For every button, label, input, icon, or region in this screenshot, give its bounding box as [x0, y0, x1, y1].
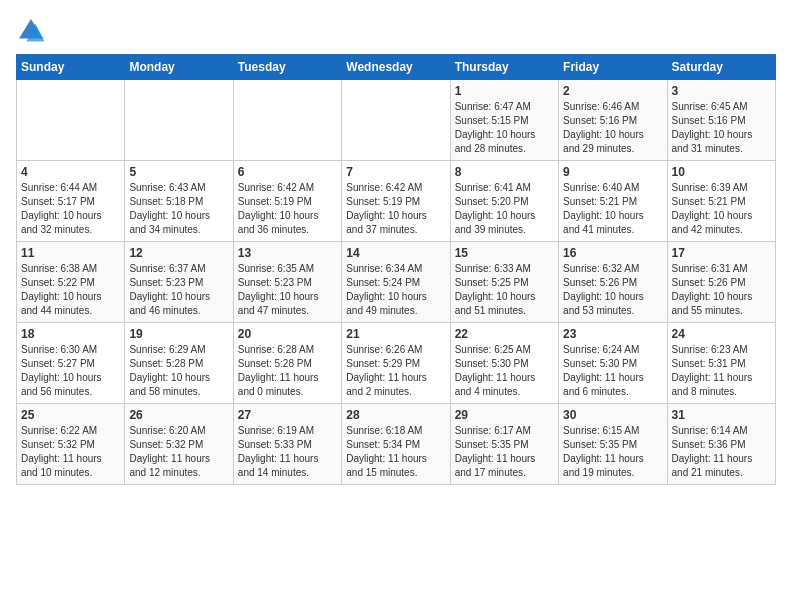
day-info: Sunrise: 6:30 AM Sunset: 5:27 PM Dayligh… — [21, 343, 120, 399]
calendar-cell: 15Sunrise: 6:33 AM Sunset: 5:25 PM Dayli… — [450, 242, 558, 323]
day-info: Sunrise: 6:22 AM Sunset: 5:32 PM Dayligh… — [21, 424, 120, 480]
day-number: 13 — [238, 246, 337, 260]
day-info: Sunrise: 6:29 AM Sunset: 5:28 PM Dayligh… — [129, 343, 228, 399]
calendar-cell — [342, 80, 450, 161]
day-number: 31 — [672, 408, 771, 422]
day-info: Sunrise: 6:39 AM Sunset: 5:21 PM Dayligh… — [672, 181, 771, 237]
calendar-cell: 13Sunrise: 6:35 AM Sunset: 5:23 PM Dayli… — [233, 242, 341, 323]
day-number: 30 — [563, 408, 662, 422]
weekday-header-friday: Friday — [559, 55, 667, 80]
calendar-cell: 19Sunrise: 6:29 AM Sunset: 5:28 PM Dayli… — [125, 323, 233, 404]
calendar-cell: 2Sunrise: 6:46 AM Sunset: 5:16 PM Daylig… — [559, 80, 667, 161]
calendar-cell: 29Sunrise: 6:17 AM Sunset: 5:35 PM Dayli… — [450, 404, 558, 485]
day-info: Sunrise: 6:23 AM Sunset: 5:31 PM Dayligh… — [672, 343, 771, 399]
day-info: Sunrise: 6:17 AM Sunset: 5:35 PM Dayligh… — [455, 424, 554, 480]
calendar-cell: 26Sunrise: 6:20 AM Sunset: 5:32 PM Dayli… — [125, 404, 233, 485]
day-number: 12 — [129, 246, 228, 260]
calendar-cell: 16Sunrise: 6:32 AM Sunset: 5:26 PM Dayli… — [559, 242, 667, 323]
day-info: Sunrise: 6:40 AM Sunset: 5:21 PM Dayligh… — [563, 181, 662, 237]
calendar-cell: 8Sunrise: 6:41 AM Sunset: 5:20 PM Daylig… — [450, 161, 558, 242]
calendar-cell: 31Sunrise: 6:14 AM Sunset: 5:36 PM Dayli… — [667, 404, 775, 485]
day-info: Sunrise: 6:42 AM Sunset: 5:19 PM Dayligh… — [238, 181, 337, 237]
day-info: Sunrise: 6:47 AM Sunset: 5:15 PM Dayligh… — [455, 100, 554, 156]
day-number: 3 — [672, 84, 771, 98]
day-number: 26 — [129, 408, 228, 422]
day-info: Sunrise: 6:42 AM Sunset: 5:19 PM Dayligh… — [346, 181, 445, 237]
weekday-header-monday: Monday — [125, 55, 233, 80]
day-number: 27 — [238, 408, 337, 422]
weekday-header-sunday: Sunday — [17, 55, 125, 80]
calendar-cell — [125, 80, 233, 161]
day-number: 14 — [346, 246, 445, 260]
day-info: Sunrise: 6:28 AM Sunset: 5:28 PM Dayligh… — [238, 343, 337, 399]
logo — [16, 16, 50, 46]
day-number: 2 — [563, 84, 662, 98]
day-info: Sunrise: 6:18 AM Sunset: 5:34 PM Dayligh… — [346, 424, 445, 480]
weekday-header-saturday: Saturday — [667, 55, 775, 80]
day-number: 25 — [21, 408, 120, 422]
calendar-cell: 4Sunrise: 6:44 AM Sunset: 5:17 PM Daylig… — [17, 161, 125, 242]
day-info: Sunrise: 6:35 AM Sunset: 5:23 PM Dayligh… — [238, 262, 337, 318]
day-number: 11 — [21, 246, 120, 260]
day-number: 7 — [346, 165, 445, 179]
logo-icon — [16, 16, 46, 46]
day-info: Sunrise: 6:32 AM Sunset: 5:26 PM Dayligh… — [563, 262, 662, 318]
calendar-cell: 11Sunrise: 6:38 AM Sunset: 5:22 PM Dayli… — [17, 242, 125, 323]
day-number: 16 — [563, 246, 662, 260]
day-number: 9 — [563, 165, 662, 179]
day-info: Sunrise: 6:45 AM Sunset: 5:16 PM Dayligh… — [672, 100, 771, 156]
calendar-week-4: 18Sunrise: 6:30 AM Sunset: 5:27 PM Dayli… — [17, 323, 776, 404]
day-number: 24 — [672, 327, 771, 341]
calendar-cell: 6Sunrise: 6:42 AM Sunset: 5:19 PM Daylig… — [233, 161, 341, 242]
calendar-cell: 7Sunrise: 6:42 AM Sunset: 5:19 PM Daylig… — [342, 161, 450, 242]
calendar-cell: 1Sunrise: 6:47 AM Sunset: 5:15 PM Daylig… — [450, 80, 558, 161]
day-info: Sunrise: 6:20 AM Sunset: 5:32 PM Dayligh… — [129, 424, 228, 480]
day-info: Sunrise: 6:25 AM Sunset: 5:30 PM Dayligh… — [455, 343, 554, 399]
day-info: Sunrise: 6:46 AM Sunset: 5:16 PM Dayligh… — [563, 100, 662, 156]
day-info: Sunrise: 6:43 AM Sunset: 5:18 PM Dayligh… — [129, 181, 228, 237]
calendar-cell — [233, 80, 341, 161]
calendar-cell: 21Sunrise: 6:26 AM Sunset: 5:29 PM Dayli… — [342, 323, 450, 404]
day-number: 6 — [238, 165, 337, 179]
day-number: 1 — [455, 84, 554, 98]
calendar-header-row: SundayMondayTuesdayWednesdayThursdayFrid… — [17, 55, 776, 80]
day-info: Sunrise: 6:19 AM Sunset: 5:33 PM Dayligh… — [238, 424, 337, 480]
calendar-cell: 20Sunrise: 6:28 AM Sunset: 5:28 PM Dayli… — [233, 323, 341, 404]
day-number: 29 — [455, 408, 554, 422]
day-number: 20 — [238, 327, 337, 341]
day-number: 5 — [129, 165, 228, 179]
calendar-table: SundayMondayTuesdayWednesdayThursdayFrid… — [16, 54, 776, 485]
calendar-cell: 9Sunrise: 6:40 AM Sunset: 5:21 PM Daylig… — [559, 161, 667, 242]
day-number: 10 — [672, 165, 771, 179]
day-number: 22 — [455, 327, 554, 341]
page-header — [16, 16, 776, 46]
calendar-cell: 30Sunrise: 6:15 AM Sunset: 5:35 PM Dayli… — [559, 404, 667, 485]
day-info: Sunrise: 6:31 AM Sunset: 5:26 PM Dayligh… — [672, 262, 771, 318]
day-number: 28 — [346, 408, 445, 422]
weekday-header-tuesday: Tuesday — [233, 55, 341, 80]
calendar-cell: 5Sunrise: 6:43 AM Sunset: 5:18 PM Daylig… — [125, 161, 233, 242]
day-number: 23 — [563, 327, 662, 341]
day-info: Sunrise: 6:34 AM Sunset: 5:24 PM Dayligh… — [346, 262, 445, 318]
calendar-cell: 14Sunrise: 6:34 AM Sunset: 5:24 PM Dayli… — [342, 242, 450, 323]
calendar-week-1: 1Sunrise: 6:47 AM Sunset: 5:15 PM Daylig… — [17, 80, 776, 161]
calendar-cell: 23Sunrise: 6:24 AM Sunset: 5:30 PM Dayli… — [559, 323, 667, 404]
weekday-header-wednesday: Wednesday — [342, 55, 450, 80]
calendar-week-5: 25Sunrise: 6:22 AM Sunset: 5:32 PM Dayli… — [17, 404, 776, 485]
calendar-cell: 10Sunrise: 6:39 AM Sunset: 5:21 PM Dayli… — [667, 161, 775, 242]
weekday-header-thursday: Thursday — [450, 55, 558, 80]
calendar-cell: 27Sunrise: 6:19 AM Sunset: 5:33 PM Dayli… — [233, 404, 341, 485]
calendar-cell: 18Sunrise: 6:30 AM Sunset: 5:27 PM Dayli… — [17, 323, 125, 404]
day-info: Sunrise: 6:37 AM Sunset: 5:23 PM Dayligh… — [129, 262, 228, 318]
day-info: Sunrise: 6:41 AM Sunset: 5:20 PM Dayligh… — [455, 181, 554, 237]
calendar-cell: 25Sunrise: 6:22 AM Sunset: 5:32 PM Dayli… — [17, 404, 125, 485]
day-info: Sunrise: 6:15 AM Sunset: 5:35 PM Dayligh… — [563, 424, 662, 480]
day-number: 19 — [129, 327, 228, 341]
day-info: Sunrise: 6:44 AM Sunset: 5:17 PM Dayligh… — [21, 181, 120, 237]
calendar-cell: 24Sunrise: 6:23 AM Sunset: 5:31 PM Dayli… — [667, 323, 775, 404]
day-info: Sunrise: 6:24 AM Sunset: 5:30 PM Dayligh… — [563, 343, 662, 399]
day-number: 18 — [21, 327, 120, 341]
calendar-cell: 12Sunrise: 6:37 AM Sunset: 5:23 PM Dayli… — [125, 242, 233, 323]
calendar-week-2: 4Sunrise: 6:44 AM Sunset: 5:17 PM Daylig… — [17, 161, 776, 242]
calendar-week-3: 11Sunrise: 6:38 AM Sunset: 5:22 PM Dayli… — [17, 242, 776, 323]
